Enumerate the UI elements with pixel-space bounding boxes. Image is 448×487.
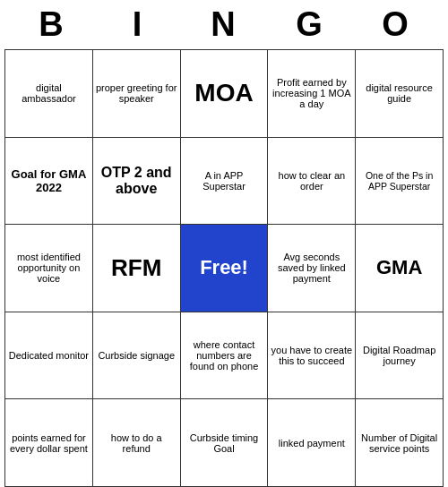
cell-0-0: digital ambassador [5, 50, 93, 138]
cell-3-4: Digital Roadmap journey [356, 312, 444, 399]
cell-3-3: you have to create this to succeed [268, 312, 356, 399]
cell-0-2: MOA [180, 50, 268, 138]
header-i: I [116, 5, 160, 44]
cell-0-1: proper greeting for speaker [92, 50, 180, 138]
header-g: G [288, 5, 332, 44]
cell-4-4: Number of Digital service points [356, 399, 444, 487]
header-n: N [202, 5, 246, 44]
cell-2-3: Avg seconds saved by linked payment [268, 225, 356, 312]
cell-3-2: where contact numbers are found on phone [180, 312, 268, 399]
cell-4-0: points earned for every dollar spent [5, 399, 93, 487]
cell-4-2: Curbside timing Goal [180, 399, 268, 487]
cell-3-0: Dedicated monitor [5, 312, 93, 399]
header-o: O [374, 5, 418, 44]
cell-2-0: most identified opportunity on voice [5, 225, 93, 312]
cell-1-0: Goal for GMA 2022 [5, 137, 93, 225]
cell-2-1: RFM [92, 225, 180, 312]
header-b: B [30, 5, 74, 44]
cell-1-1: OTP 2 and above [92, 137, 180, 225]
cell-1-4: One of the Ps in APP Superstar [356, 137, 444, 225]
cell-3-1: Curbside signage [92, 312, 180, 399]
bingo-grid: digital ambassadorproper greeting for sp… [4, 49, 444, 487]
cell-1-3: how to clear an order [268, 137, 356, 225]
cell-1-2: A in APP Superstar [180, 137, 268, 225]
cell-2-2: Free! [180, 225, 268, 312]
cell-0-4: digital resource guide [356, 50, 444, 138]
cell-0-3: Profit earned by increasing 1 MOA a day [268, 50, 356, 138]
bingo-header: B I N G O [0, 0, 448, 49]
cell-4-3: linked payment [268, 399, 356, 487]
cell-2-4: GMA [356, 225, 444, 312]
cell-4-1: how to do a refund [92, 399, 180, 487]
